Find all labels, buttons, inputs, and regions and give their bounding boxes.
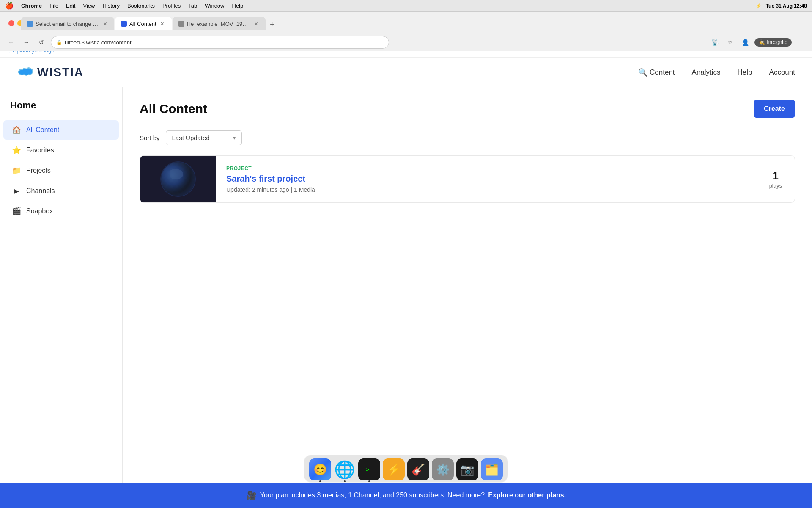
sidebar-heading: Home (0, 100, 122, 119)
browser-tab-2[interactable]: file_example_MOV_1920_2_2... ✕ (173, 17, 266, 30)
menubar-chrome[interactable]: Chrome (21, 3, 42, 9)
banner-text: Your plan includes 3 medias, 1 Channel, … (260, 491, 485, 499)
sidebar-item-soapbox[interactable]: 🎬 Soapbox (3, 202, 119, 221)
url-text: uifeed-3.wistia.com/content (65, 39, 132, 46)
content-header: All Content Create (140, 100, 795, 118)
apple-menu[interactable]: 🍎 (5, 2, 14, 10)
create-button[interactable]: Create (754, 100, 795, 118)
nav-help[interactable]: Help (738, 68, 752, 77)
back-button[interactable]: ← (5, 36, 17, 48)
sort-select-dropdown[interactable]: Last Updated ▾ (166, 130, 242, 145)
menubar-file[interactable]: File (49, 3, 58, 9)
tab-favicon-2 (178, 21, 184, 27)
sidebar-item-all-content[interactable]: 🏠 All Content (3, 120, 119, 140)
nav-content[interactable]: Content (650, 68, 675, 77)
tab-close-0[interactable]: ✕ (102, 20, 108, 27)
dock-item-settings[interactable]: ⚙️ (432, 458, 454, 480)
sidebar-label-channels: Channels (26, 187, 55, 195)
guitar-icon: 🎸 (411, 463, 425, 476)
menubar-window[interactable]: Window (205, 3, 224, 9)
dock-item-finder[interactable]: 😊 (309, 458, 331, 480)
banner-icon: 🎥 (246, 490, 257, 500)
incognito-icon: 🕵️ (759, 39, 765, 45)
tab-close-1[interactable]: ✕ (159, 20, 166, 27)
page-title: All Content (140, 102, 207, 116)
forward-button[interactable]: → (20, 36, 32, 48)
dock-dot-finder (319, 480, 321, 482)
mac-dock: 😊 🌐 >_ ⚡ 🎸 ⚙️ 📷 🗂️ (304, 455, 508, 483)
earth-glow (161, 162, 195, 196)
sort-select-value: Last Updated (172, 134, 210, 141)
close-window-button[interactable] (8, 20, 14, 26)
sort-row: Sort by Last Updated ▾ (140, 130, 795, 145)
files-icon: 🗂️ (485, 463, 499, 476)
home-icon: 🏠 (12, 125, 21, 135)
camera-icon: 📷 (461, 463, 474, 476)
page-wrapper: ↓ Upload your logo WISTIA 🔍 Content Anal… (0, 44, 812, 508)
dock-item-terminal[interactable]: >_ (358, 458, 380, 480)
cast-button[interactable]: 📡 (709, 36, 721, 48)
project-stats: 1 plays (757, 161, 795, 197)
earth-continents (170, 169, 183, 179)
sidebar-label-soapbox: Soapbox (26, 207, 53, 215)
browser-tab-0[interactable]: Select email to change | Djang... ✕ (21, 17, 114, 30)
menubar-history[interactable]: History (102, 3, 119, 9)
explore-plans-link[interactable]: Explore our other plans. (488, 491, 566, 499)
browser-tab-1[interactable]: All Content ✕ (115, 17, 172, 30)
sidebar-label-all-content: All Content (26, 126, 59, 134)
nav-links: Content Analytics Help Account (650, 68, 795, 77)
finder-icon: 😊 (313, 463, 327, 476)
sidebar-item-favorites[interactable]: ⭐ Favorites (3, 141, 119, 160)
dock-item-guitar[interactable]: 🎸 (407, 458, 429, 480)
folder-icon: 📁 (12, 166, 21, 175)
wistia-logo[interactable]: WISTIA (17, 66, 84, 79)
soapbox-icon: 🎬 (12, 207, 21, 216)
browser-tabs: Select email to change | Djang... ✕ All … (0, 15, 812, 30)
reload-button[interactable]: ↺ (36, 36, 47, 48)
project-meta: Updated: 2 minutes ago | 1 Media (226, 186, 746, 193)
menubar-edit[interactable]: Edit (66, 3, 75, 9)
top-navigation: WISTIA 🔍 Content Analytics Help Account (0, 58, 812, 87)
tab-label-0: Select email to change | Djang... (36, 21, 99, 27)
sidebar-item-projects[interactable]: 📁 Projects (3, 161, 119, 180)
sidebar-item-channels[interactable]: ▶ Channels (3, 181, 119, 201)
incognito-badge: 🕵️ Incognito (754, 38, 792, 47)
sidebar-label-favorites: Favorites (26, 146, 54, 154)
profile-button[interactable]: 👤 (739, 36, 751, 48)
address-bar[interactable]: 🔒 uifeed-3.wistia.com/content (51, 36, 389, 49)
menubar-bookmarks[interactable]: Bookmarks (127, 3, 155, 9)
tab-favicon-0 (27, 21, 33, 27)
address-bar-right: 📡 ☆ 👤 🕵️ Incognito ⋮ (709, 36, 807, 48)
new-tab-button[interactable]: + (266, 19, 278, 30)
project-name: Sarah's first project (226, 174, 746, 184)
search-icon[interactable]: 🔍 (636, 66, 650, 79)
menubar-view[interactable]: View (83, 3, 95, 9)
battery-icon: ⚡ (755, 3, 762, 9)
dock-item-chrome[interactable]: 🌐 (334, 458, 356, 480)
clock-time: Tue 31 Aug 12:48 (766, 3, 807, 9)
extensions-button[interactable]: ⋮ (795, 36, 807, 48)
menubar-help[interactable]: Help (232, 3, 244, 9)
mac-menubar: 🍎 Chrome File Edit View History Bookmark… (0, 0, 812, 12)
nav-analytics[interactable]: Analytics (692, 68, 721, 77)
earth-graphic (161, 162, 195, 196)
dock-item-bolt[interactable]: ⚡ (383, 458, 405, 480)
bookmark-button[interactable]: ☆ (724, 36, 736, 48)
terminal-icon: >_ (366, 466, 373, 473)
sort-by-label: Sort by (140, 134, 160, 141)
menubar-profiles[interactable]: Profiles (162, 3, 181, 9)
project-card-0[interactable]: PROJECT Sarah's first project Updated: 2… (140, 155, 795, 203)
main-layout: Home 🏠 All Content ⭐ Favorites 📁 Project… (0, 87, 812, 508)
content-area: All Content Create Sort by Last Updated … (123, 87, 812, 508)
tab-label-2: file_example_MOV_1920_2_2... (187, 21, 250, 27)
nav-account[interactable]: Account (769, 68, 795, 77)
dock-item-camera[interactable]: 📷 (456, 458, 478, 480)
bottom-banner: 🎥 Your plan includes 3 medias, 1 Channel… (0, 483, 812, 508)
address-bar-row: ← → ↺ 🔒 uifeed-3.wistia.com/content 📡 ☆ … (0, 34, 812, 51)
tab-close-2[interactable]: ✕ (253, 20, 260, 27)
sidebar-label-projects: Projects (26, 167, 51, 174)
gear-icon: ⚙️ (436, 463, 450, 476)
menubar-tab[interactable]: Tab (188, 3, 197, 9)
tab-favicon-1 (121, 21, 127, 27)
dock-item-files[interactable]: 🗂️ (481, 458, 503, 480)
